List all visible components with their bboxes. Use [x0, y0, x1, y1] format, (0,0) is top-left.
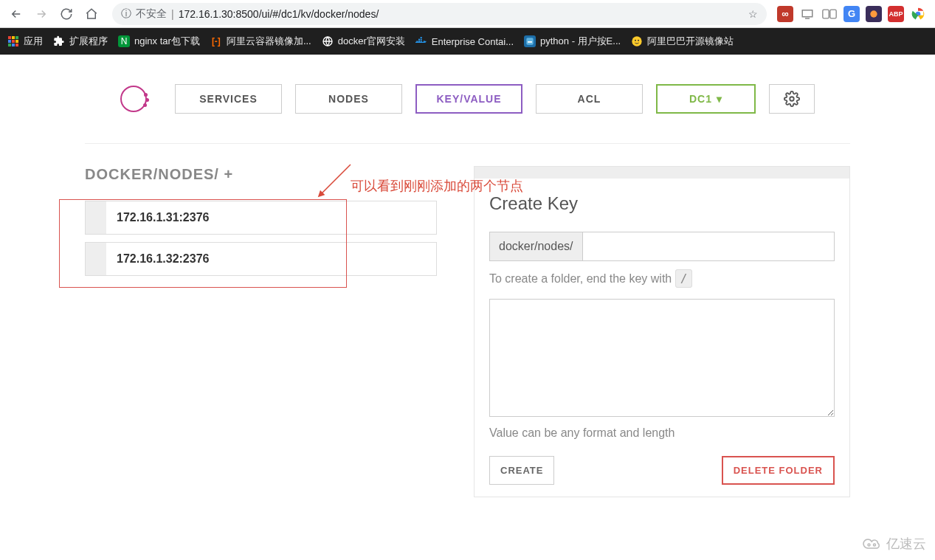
bookmark-enterprise[interactable]: Enterprise Contai... [415, 35, 514, 47]
svg-rect-21 [420, 37, 421, 38]
bookmark-docker[interactable]: docker官网安装 [322, 35, 405, 48]
svg-rect-12 [8, 44, 11, 46]
svg-rect-2 [830, 10, 836, 18]
kv-item[interactable]: 172.16.1.32:2376 [85, 242, 437, 276]
svg-rect-8 [15, 36, 18, 39]
nav-services[interactable]: SERVICES [175, 84, 282, 114]
kv-list: 172.16.1.31:2376 172.16.1.32:2376 [85, 201, 437, 276]
docker-icon [415, 35, 427, 47]
gear-icon [784, 91, 800, 107]
page-content: SERVICES NODES KEY/VALUE ACL DC1 ▾ DOCKE… [0, 55, 935, 497]
svg-point-24 [632, 36, 641, 46]
consul-topnav: SERVICES NODES KEY/VALUE ACL DC1 ▾ [85, 84, 850, 144]
svg-rect-23 [528, 41, 532, 43]
kv-item[interactable]: 172.16.1.31:2376 [85, 201, 437, 235]
bookmark-apps[interactable]: 应用 [7, 35, 43, 48]
url-text: 172.16.1.30:8500/ui/#/dc1/kv/docker/node… [179, 8, 379, 20]
ext-icon-abp[interactable]: ABP [888, 6, 904, 22]
svg-rect-7 [12, 36, 15, 39]
ext-icon-5[interactable] [866, 6, 882, 22]
bookmarks-bar: 应用 扩展程序 N nginx tar包下载 [-] 阿里云容器镜像加... d… [0, 28, 935, 55]
star-icon[interactable]: ☆ [748, 8, 758, 20]
nav-nodes[interactable]: NODES [295, 84, 402, 114]
browser-toolbar: ⓘ 不安全 | 172.16.1.30:8500/ui/#/dc1/kv/doc… [0, 0, 935, 28]
nav-settings[interactable] [769, 84, 815, 114]
consul-logo [120, 86, 147, 112]
extension-icons: ∞ G ABP [777, 6, 929, 22]
key-name-input[interactable] [582, 232, 835, 261]
svg-rect-13 [12, 44, 15, 46]
svg-rect-0 [802, 10, 812, 16]
folder-hint: To create a folder, end the key with / [489, 272, 835, 286]
nav-datacenter[interactable]: DC1 ▾ [656, 84, 756, 114]
bookmark-python[interactable]: python - 用户按E... [524, 35, 621, 48]
svg-point-26 [638, 40, 639, 41]
svg-rect-20 [420, 39, 421, 41]
ext-icon-1[interactable]: ∞ [777, 6, 793, 22]
alibaba-icon [631, 35, 643, 47]
ext-icon-4[interactable]: G [843, 6, 860, 22]
svg-rect-10 [12, 40, 15, 43]
globe-icon [322, 35, 334, 47]
svg-rect-14 [15, 44, 18, 46]
kv-item-handle [86, 201, 106, 234]
bookmark-nginx[interactable]: N nginx tar包下载 [118, 35, 200, 48]
panel-title: Create Key [489, 193, 835, 214]
delete-folder-button[interactable]: DELETE FOLDER [722, 456, 835, 485]
forward-button[interactable] [31, 4, 52, 24]
key-prefix: docker/nodes/ [489, 232, 582, 261]
value-hint: Value can be any format and length [489, 426, 835, 440]
reload-button[interactable] [56, 4, 77, 24]
annotation-text: 可以看到刚刚添加的两个节点 [351, 177, 523, 195]
ext-icon-3[interactable] [821, 6, 838, 22]
create-key-panel: Create Key docker/nodes/ To create a fol… [474, 166, 850, 497]
nginx-icon: N [118, 35, 130, 47]
address-bar[interactable]: ⓘ 不安全 | 172.16.1.30:8500/ui/#/dc1/kv/doc… [112, 3, 767, 25]
security-label: 不安全 [136, 7, 167, 21]
apps-icon [7, 35, 19, 47]
back-button[interactable] [6, 4, 27, 24]
ext-icon-chrome[interactable] [910, 6, 926, 22]
bookmark-alibaba[interactable]: 阿里巴巴开源镜像站 [631, 35, 734, 48]
puzzle-icon [53, 35, 65, 47]
value-textarea[interactable] [489, 299, 835, 417]
ext-icon-2[interactable] [799, 6, 815, 22]
home-button[interactable] [81, 4, 102, 24]
svg-rect-9 [8, 40, 11, 43]
svg-point-25 [635, 40, 636, 41]
kv-item-handle [86, 243, 106, 275]
info-icon: ⓘ [121, 7, 131, 21]
aliyun-icon: [-] [210, 35, 222, 47]
svg-point-3 [870, 10, 877, 17]
svg-point-27 [790, 97, 794, 101]
kv-item-label: 172.16.1.31:2376 [106, 211, 209, 224]
bookmark-extensions[interactable]: 扩展程序 [53, 35, 108, 48]
svg-rect-11 [15, 40, 18, 43]
svg-rect-6 [8, 36, 11, 39]
add-key-plus[interactable]: + [224, 166, 233, 182]
nav-keyvalue[interactable]: KEY/VALUE [415, 84, 522, 114]
create-button[interactable]: CREATE [489, 456, 554, 485]
svg-rect-1 [823, 10, 829, 18]
panel-header-bar [475, 167, 849, 179]
bookmark-aliyun[interactable]: [-] 阿里云容器镜像加... [210, 35, 311, 48]
svg-rect-19 [418, 39, 420, 41]
kv-item-label: 172.16.1.32:2376 [106, 252, 209, 266]
nav-acl[interactable]: ACL [536, 84, 643, 114]
chevron-down-icon: ▾ [717, 93, 722, 105]
python-icon [524, 35, 536, 47]
